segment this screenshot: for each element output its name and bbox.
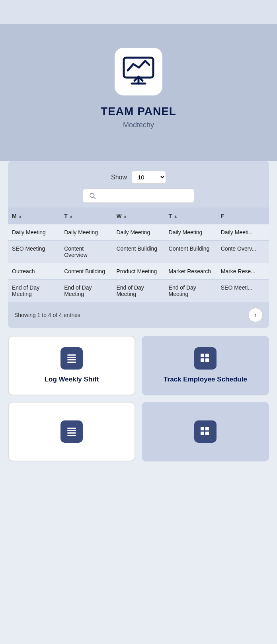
grid-icon-2 (199, 426, 211, 438)
log-weekly-shift-card[interactable]: Log Weekly Shift (8, 336, 135, 395)
app-logo-icon (121, 54, 156, 89)
cell-thu-2: Market Research (165, 263, 217, 280)
col-thu[interactable]: T ▲ (165, 208, 217, 224)
sort-arrow-thu: ▲ (174, 214, 178, 218)
cell-tue-0: Daily Meeting (60, 224, 112, 241)
log-weekly-shift-label: Log Weekly Shift (45, 375, 99, 384)
svg-rect-8 (67, 362, 76, 363)
cell-thu-0: Daily Meeting (165, 224, 217, 241)
show-select[interactable]: 10 25 50 100 (132, 171, 166, 184)
svg-rect-15 (67, 432, 76, 434)
app-subtitle: Modtechy (123, 121, 154, 129)
table-row: SEO MeetingContent OverviewContent Build… (8, 241, 269, 263)
cell-wed-1: Content Building (112, 241, 164, 263)
track-employee-schedule-label: Track Employee Schedule (164, 375, 247, 384)
cell-fri-2: Marke Rese... (217, 263, 269, 280)
col-wed[interactable]: W ▲ (112, 208, 164, 224)
table-header-row: M ▲ T ▲ W ▲ (8, 208, 269, 224)
cell-fri-3: SEO Meeti... (217, 280, 269, 302)
show-label: Show (111, 174, 127, 181)
svg-rect-5 (67, 354, 76, 356)
cell-mon-0: Daily Meeting (8, 224, 60, 241)
cell-fri-0: Daily Meeti... (217, 224, 269, 241)
cell-thu-1: Content Building (165, 241, 217, 263)
actions-grid: Log Weekly Shift Track Employee Schedule (8, 336, 269, 461)
search-container (8, 189, 269, 208)
cell-mon-3: End of Day Meeting (8, 280, 60, 302)
svg-rect-12 (205, 358, 209, 362)
cell-mon-1: SEO Meeting (8, 241, 60, 263)
svg-rect-20 (205, 432, 209, 435)
svg-rect-7 (67, 359, 76, 360)
svg-rect-14 (67, 430, 76, 431)
grid-icon (199, 352, 211, 364)
cell-thu-3: End of Day Meeting (165, 280, 217, 302)
showing-text: Showing 1 to 4 of 4 entries (14, 312, 80, 318)
cell-wed-3: End of Day Meeting (112, 280, 164, 302)
log-weekly-shift-icon-box (60, 347, 83, 370)
cell-tue-3: End of Day Meeting (60, 280, 112, 302)
svg-rect-13 (67, 428, 76, 429)
data-table: M ▲ T ▲ W ▲ (8, 208, 269, 302)
table-row: OutreachContent BuildingProduct MeetingM… (8, 263, 269, 280)
header-section: TEAM PANEL Modtechy (0, 24, 277, 161)
log-weekly-shift-card-2[interactable] (8, 402, 135, 461)
svg-rect-16 (67, 435, 76, 436)
cell-wed-0: Daily Meeting (112, 224, 164, 241)
top-bar (0, 0, 277, 24)
svg-rect-17 (201, 427, 204, 430)
cell-mon-2: Outreach (8, 263, 60, 280)
sort-arrow-mon: ▲ (18, 214, 22, 218)
cell-tue-2: Content Building (60, 263, 112, 280)
search-icon (89, 192, 96, 199)
sort-arrow-tue: ▲ (69, 214, 73, 218)
app-title: TEAM PANEL (101, 105, 176, 118)
search-input[interactable] (99, 193, 188, 199)
list-icon (66, 352, 78, 364)
track-employee-icon-box-2 (194, 420, 217, 443)
col-fri[interactable]: F (217, 208, 269, 224)
svg-rect-9 (201, 354, 204, 357)
track-employee-schedule-card[interactable]: Track Employee Schedule (142, 336, 269, 395)
track-employee-icon-box (194, 347, 217, 370)
cell-fri-1: Conte Overv... (217, 241, 269, 263)
table-section: Show 10 25 50 100 (8, 161, 269, 328)
pagination-prev-button[interactable]: ‹ (248, 308, 263, 322)
svg-rect-6 (67, 357, 76, 358)
svg-rect-10 (205, 354, 209, 357)
table-controls: Show 10 25 50 100 (8, 167, 269, 189)
list-icon-2 (66, 426, 78, 438)
logo-container (115, 48, 162, 95)
main-content: Show 10 25 50 100 (0, 161, 277, 473)
col-mon[interactable]: M ▲ (8, 208, 60, 224)
sort-arrow-wed: ▲ (123, 214, 127, 218)
svg-rect-11 (201, 358, 204, 362)
svg-line-4 (94, 197, 95, 198)
search-box (83, 189, 194, 203)
cell-tue-1: Content Overview (60, 241, 112, 263)
log-weekly-shift-icon-box-2 (60, 420, 83, 443)
table-footer: Showing 1 to 4 of 4 entries ‹ (8, 302, 269, 328)
table-row: End of Day MeetingEnd of Day MeetingEnd … (8, 280, 269, 302)
cell-wed-2: Product Meeting (112, 263, 164, 280)
svg-rect-19 (201, 432, 204, 435)
track-employee-schedule-card-2[interactable] (142, 402, 269, 461)
svg-rect-18 (205, 427, 209, 430)
col-tue[interactable]: T ▲ (60, 208, 112, 224)
table-row: Daily MeetingDaily MeetingDaily MeetingD… (8, 224, 269, 241)
